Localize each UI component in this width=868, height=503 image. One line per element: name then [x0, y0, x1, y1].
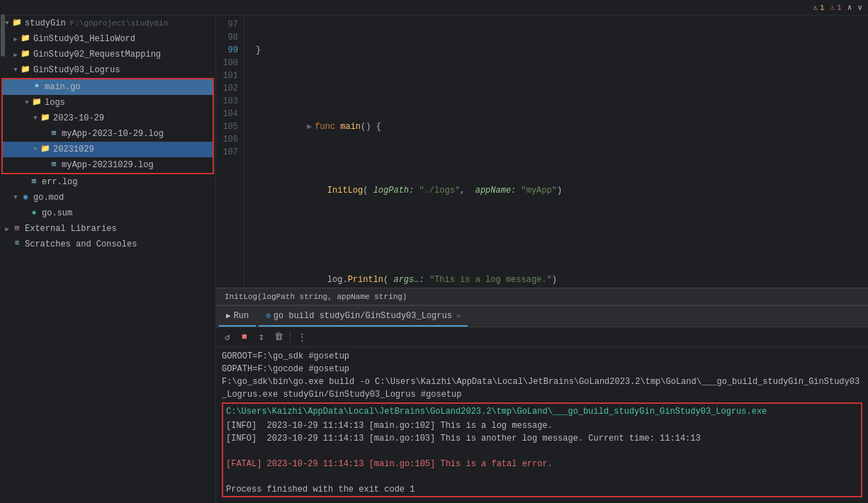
- sidebar-item-date-folder[interactable]: ▼ 📁 2023-10-29: [3, 111, 213, 126]
- scratch-icon: ≡: [11, 239, 23, 250]
- arrow-icon: ▼: [31, 146, 40, 153]
- error-icon: ⚠: [830, 3, 835, 12]
- line-num: 99: [219, 44, 238, 57]
- clear-button[interactable]: 🗑: [271, 330, 286, 344]
- console-output: GOROOT=F:\go_sdk #gosetup GOPATH=F:\goco…: [216, 347, 868, 503]
- log-file-icon: ≡: [28, 176, 40, 188]
- sidebar: ▼ 📁 studyGin F:\goproject\studyGin ▶ 📁 G…: [0, 16, 216, 503]
- arrow-icon: ▼: [11, 194, 20, 201]
- line-num: 100: [219, 57, 238, 69]
- editor-area: 97 98 99 100 101 102 103 104 105 106 107…: [216, 16, 868, 503]
- line-num: 102: [219, 82, 238, 95]
- log-file-icon: ≡: [48, 128, 60, 140]
- sidebar-item-label: logs: [45, 98, 65, 108]
- sidebar-item-scratches[interactable]: ≡ Scratches and Consoles: [0, 237, 215, 252]
- chevron-up-icon[interactable]: ∧: [847, 3, 852, 12]
- sidebar-item-ginstudy03[interactable]: ▼ 📁 GinStudy03_Logrus: [0, 62, 215, 78]
- sidebar-item-gomod[interactable]: ▼ ◉ go.mod: [0, 190, 215, 205]
- tab-run[interactable]: ▶ Run: [219, 306, 256, 327]
- sidebar-item-logs[interactable]: ▼ 📁 logs: [3, 95, 213, 111]
- tab-run-label: Run: [234, 311, 249, 321]
- toolbar-separator: [290, 332, 291, 343]
- sidebar-item-label: main.go: [45, 82, 80, 92]
- console-line: GOPATH=F:\gocode #gosetup: [222, 363, 862, 375]
- error-badge: ⚠ 1: [830, 3, 842, 12]
- sidebar-item-label: GinStudy02_RequestMapping: [33, 50, 161, 60]
- arrow-icon: ▶: [3, 225, 11, 233]
- arrow-icon: ▼: [31, 115, 40, 122]
- warning-icon: ⚠: [813, 3, 818, 12]
- console-line: C:\Users\Kaizhi\AppData\Local\JetBrains\…: [223, 404, 861, 419]
- code-line: InitLog( logPath: "./logs", appName: "my…: [256, 171, 859, 210]
- line-num: 101: [219, 69, 238, 82]
- sidebar-item-maingo[interactable]: ● main.go: [3, 79, 213, 95]
- console-line: GOROOT=F:\go_sdk #gosetup: [222, 350, 862, 363]
- code-line: }: [256, 44, 859, 57]
- scroll-button[interactable]: ↧: [254, 330, 269, 344]
- sidebar-item-ginstudy02[interactable]: ▶ 📁 GinStudy02_RequestMapping: [0, 47, 215, 62]
- console-line: [223, 445, 861, 458]
- line-num: 106: [219, 133, 238, 146]
- line-num: 97: [219, 18, 238, 31]
- line-num: 107: [219, 146, 238, 159]
- folder-icon: 📁: [31, 97, 43, 108]
- sidebar-item-log1[interactable]: ≡ myApp-2023-10-29.log: [3, 126, 213, 142]
- build-icon: ⚙: [266, 311, 271, 320]
- run-icon: ▶: [226, 311, 231, 320]
- panel-toolbar: ↺ ■ ↧ 🗑 ⋮: [216, 327, 868, 347]
- panel-tabs: ▶ Run ⚙ go build studyGin/GinStudy03_Log…: [216, 306, 868, 327]
- folder-icon: 📁: [20, 33, 31, 45]
- sum-file-icon: ◈: [28, 208, 40, 219]
- folder-icon: 📁: [20, 49, 31, 60]
- sidebar-item-ginstudy01[interactable]: ▶ 📁 GinStudy01_HelloWord: [0, 31, 215, 47]
- rerun-button[interactable]: ↺: [220, 330, 235, 344]
- console-line: F:\go_sdk\bin\go.exe build -o C:\Users\K…: [222, 375, 862, 401]
- line-num: 104: [219, 108, 238, 120]
- sidebar-item-label: myApp-20231029.log: [62, 160, 154, 170]
- sidebar-item-label: go.mod: [33, 193, 64, 203]
- sidebar-item-studygin[interactable]: ▼ 📁 studyGin F:\goproject\studyGin: [0, 16, 215, 31]
- sidebar-item-label: Scratches and Consoles: [25, 239, 137, 249]
- scrollbar[interactable]: [859, 16, 868, 288]
- tooltip-text: InitLog(logPath string, appName string): [225, 293, 407, 301]
- stop-button[interactable]: ■: [237, 330, 252, 344]
- sidebar-item-gosum[interactable]: ◈ go.sum: [0, 205, 215, 221]
- sidebar-item-errlog[interactable]: ≡ err.log: [0, 174, 215, 190]
- top-bar: ⚠ 1 ⚠ 1 ∧ ∨: [0, 0, 868, 16]
- console-line: [INFO] 2023-10-29 11:14:13 [main.go:103]…: [223, 432, 861, 445]
- main-layout: ▼ 📁 studyGin F:\goproject\studyGin ▶ 📁 G…: [0, 16, 868, 503]
- sidebar-item-dir20231029[interactable]: ▼ 📁 20231029: [3, 142, 213, 157]
- folder-icon: 📁: [11, 18, 23, 29]
- tab-build-label: go build studyGin/GinStudy03_Logrus: [274, 311, 452, 321]
- line-num: 103: [219, 95, 238, 108]
- line-num: 98: [219, 31, 238, 44]
- code-line: log.Println( args…: "This is a log messa…: [256, 261, 859, 288]
- mod-file-icon: ◉: [20, 192, 31, 203]
- arrow-icon: ▶: [11, 35, 20, 43]
- sidebar-item-label: myApp-2023-10-29.log: [62, 129, 164, 139]
- sidebar-item-label: 20231029: [53, 145, 94, 154]
- folder-icon: 📁: [20, 64, 31, 76]
- code-editor[interactable]: } ▶func main() { InitLog( logPath: "./lo…: [244, 16, 859, 288]
- chevron-down-icon[interactable]: ∨: [857, 3, 862, 12]
- sidebar-item-extlibs[interactable]: ▶ ⊞ External Libraries: [0, 221, 215, 237]
- folder-icon: 📁: [40, 113, 51, 124]
- log-file-icon: ≡: [48, 159, 60, 171]
- red-border-file-section: ● main.go ▼ 📁 logs ▼ 📁 2023-10-29: [1, 78, 214, 174]
- console-line: [INFO] 2023-10-29 11:14:13 [main.go:102]…: [223, 419, 861, 432]
- sidebar-item-log2[interactable]: ≡ myApp-20231029.log: [3, 157, 213, 173]
- library-icon: ⊞: [11, 223, 23, 234]
- red-border-output-section: C:\Users\Kaizhi\AppData\Local\JetBrains\…: [222, 402, 862, 497]
- sidebar-item-label: External Libraries: [25, 224, 117, 234]
- line-numbers: 97 98 99 100 101 102 103 104 105 106 107: [216, 16, 244, 288]
- sidebar-item-label: go.sum: [42, 208, 72, 218]
- tab-build[interactable]: ⚙ go build studyGin/GinStudy03_Logrus ✕: [259, 306, 468, 327]
- arrow-icon: ▼: [11, 67, 20, 74]
- more-button[interactable]: ⋮: [295, 330, 309, 344]
- line-num: 105: [219, 120, 238, 133]
- arrow-icon: ▼: [23, 99, 31, 106]
- arrow-icon: ▶: [11, 51, 20, 59]
- warning-count: 1: [820, 4, 825, 12]
- code-scroll: 97 98 99 100 101 102 103 104 105 106 107…: [216, 16, 868, 288]
- tab-close-icon[interactable]: ✕: [456, 312, 461, 320]
